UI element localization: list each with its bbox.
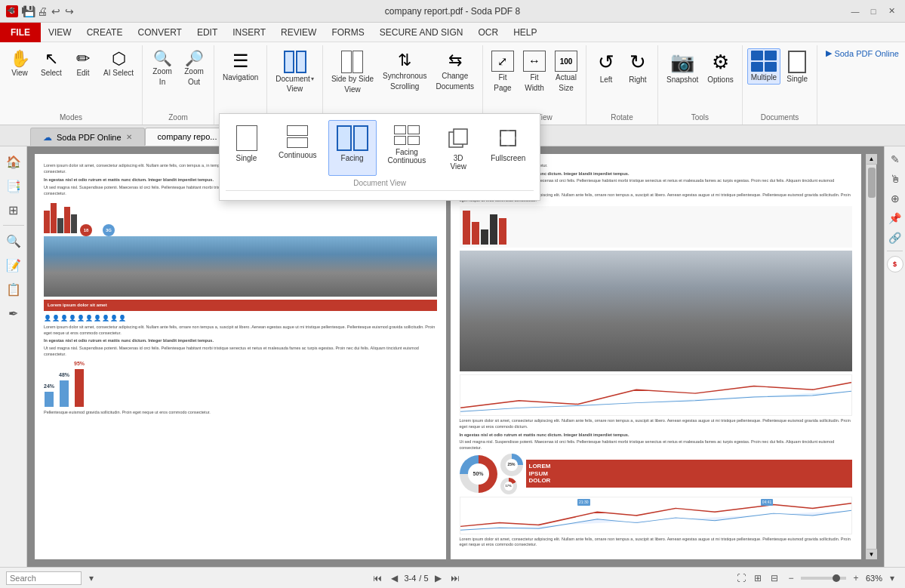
view-button[interactable]: ✋ View — [5, 48, 35, 80]
close-button[interactable]: ✕ — [884, 5, 899, 17]
menu-edit[interactable]: EDIT — [189, 23, 225, 42]
print-icon[interactable]: 🖨 — [36, 5, 48, 17]
options-label: Options — [707, 75, 733, 85]
options-button[interactable]: ⚙ Options — [703, 48, 737, 87]
donut-chart-area: 50% 25% 17% LOREMIPSUMDOLOR — [460, 454, 853, 494]
fullscreen-toggle-button[interactable]: ⛶ — [734, 571, 748, 585]
sidebar-sign-icon[interactable]: ✒ — [3, 303, 24, 324]
zoom-in-button[interactable]: 🔍 Zoom In — [147, 48, 177, 89]
percent-item-24: 24% — [44, 383, 54, 407]
dropdown-single[interactable]: Single — [226, 120, 267, 176]
zoom-dropdown-button[interactable]: ▾ — [885, 571, 899, 585]
select-button[interactable]: ↖ Select — [36, 48, 66, 80]
tab-soda-home[interactable]: ☁ Soda PDF Online ✕ — [30, 128, 145, 146]
multiple-button[interactable]: Multiple — [747, 48, 780, 85]
snapshot-icon: 📷 — [670, 51, 694, 74]
rotate-right-button[interactable]: ↻ Right — [623, 48, 653, 87]
vertical-scrollbar[interactable]: ▲ ▼ — [866, 154, 876, 559]
tab-back-button[interactable]: ◀ — [3, 3, 17, 17]
doc-view-label-row: Document ▾ — [276, 75, 314, 83]
restore-button[interactable]: □ — [866, 5, 881, 17]
undo-icon[interactable]: ↩ — [50, 5, 62, 17]
zoom-track[interactable] — [801, 577, 846, 580]
sidebar-search-icon[interactable]: 🔍 — [3, 230, 24, 251]
dropdown-items-row: Single Continuous Facing — [226, 120, 534, 176]
go-first-button[interactable]: ⏮ — [371, 571, 384, 585]
rotate-left-button[interactable]: ↺ Left — [591, 48, 621, 87]
zoom-plus-button[interactable]: + — [849, 571, 863, 585]
person-red-1: 👤 — [44, 314, 51, 322]
fit-width-button[interactable]: ↔ Fit Width — [519, 48, 549, 95]
tab-forward-button[interactable]: ▶ — [18, 3, 32, 17]
menu-ocr[interactable]: OCR — [470, 23, 506, 42]
edit-button[interactable]: ✏ Edit — [68, 48, 98, 80]
scroll-down-button[interactable]: ▼ — [867, 549, 877, 559]
small-pie-1: 25% — [500, 454, 523, 476]
change-documents-button[interactable]: ⇆ Change Documents — [432, 48, 478, 94]
menu-view[interactable]: VIEW — [41, 23, 79, 42]
go-next-button[interactable]: ▶ — [432, 571, 445, 585]
right-tool-3[interactable]: ⊕ — [887, 190, 903, 207]
menu-forms[interactable]: FORMS — [324, 23, 371, 42]
synchronous-scrolling-button[interactable]: ⇅ Synchronous Scrolling — [379, 48, 430, 94]
doc-view-arrow[interactable]: ▾ — [311, 75, 314, 82]
soda-online-link[interactable]: ▶ Soda PDF Online — [826, 48, 899, 58]
go-last-button[interactable]: ⏭ — [448, 571, 462, 585]
dropdown-facing[interactable]: Facing — [328, 120, 377, 176]
file-menu[interactable]: FILE — [0, 23, 41, 42]
right-tool-5[interactable]: 🔗 — [887, 229, 903, 246]
right-tool-4[interactable]: 📌 — [887, 210, 903, 226]
search-input[interactable] — [6, 571, 82, 585]
actual-size-icon: 100 — [555, 51, 577, 72]
menu-help[interactable]: HELP — [506, 23, 544, 42]
menu-secure[interactable]: SECURE AND SIGN — [372, 23, 471, 42]
sidebar-home-icon[interactable]: 🏠 — [3, 151, 24, 172]
facing-cont-icon — [394, 125, 420, 145]
soda-icon[interactable]: $ — [887, 256, 903, 272]
side-by-side-label: Side by Side — [331, 75, 374, 84]
doc-view-icon — [284, 51, 306, 73]
tab-soda-close[interactable]: ✕ — [126, 133, 132, 141]
building-image-left — [44, 236, 437, 297]
document-view-button[interactable]: Document ▾ View — [272, 48, 318, 95]
sidebar-form-icon[interactable]: 📋 — [3, 279, 24, 300]
side-by-side-button[interactable]: Side by Side View — [328, 48, 377, 97]
dropdown-3d[interactable]: 3DView — [437, 120, 479, 176]
zoom-thumb[interactable] — [833, 574, 840, 582]
menu-insert[interactable]: INSERT — [225, 23, 273, 42]
sidebar-thumbnail-icon[interactable]: ⊞ — [3, 199, 24, 220]
dropdown-fullscreen[interactable]: Fullscreen — [482, 120, 534, 176]
facing-view-icon — [337, 125, 368, 151]
dropdown-continuous[interactable]: Continuous — [270, 120, 325, 176]
menu-convert[interactable]: CONVERT — [130, 23, 189, 42]
navigation-button[interactable]: ☰ Navigation — [219, 48, 262, 85]
fit-page-button[interactable]: ⤢ Fit Page — [488, 48, 518, 95]
right-tool-1[interactable]: ✎ — [887, 151, 903, 168]
hand-icon: ✋ — [10, 51, 30, 67]
page-layout-button[interactable]: ⊞ — [751, 571, 765, 585]
search-dropdown-button[interactable]: ▾ — [85, 571, 98, 585]
sync-label: Synchronous — [383, 72, 426, 81]
zoom-out-button[interactable]: 🔍 Zoom Out — [179, 48, 209, 89]
actual-size-button[interactable]: 100 Actual Size — [551, 48, 581, 95]
view-mode-button[interactable]: ⊟ — [768, 571, 781, 585]
doc-view-buttons: Document ▾ View — [272, 45, 318, 120]
right-tool-2[interactable]: 🖱 — [887, 171, 903, 187]
scroll-thumb[interactable] — [868, 168, 876, 198]
sidebar-annotation-icon[interactable]: 📝 — [3, 254, 24, 276]
sidebar-bookmark-icon[interactable]: 📑 — [3, 175, 24, 196]
menu-review[interactable]: REVIEW — [273, 23, 324, 42]
ai-select-button[interactable]: ⬡ AI Select — [100, 48, 137, 80]
zoom-out-label: Zoom — [184, 67, 204, 76]
go-prev-button[interactable]: ◀ — [387, 571, 401, 585]
minimize-button[interactable]: — — [848, 5, 863, 17]
scroll-up-button[interactable]: ▲ — [867, 154, 877, 165]
right-sidebar: ✎ 🖱 ⊕ 📌 🔗 $ — [884, 146, 905, 567]
zoom-minus-button[interactable]: − — [784, 571, 798, 585]
dropdown-facing-continuous[interactable]: FacingContinuous — [380, 120, 435, 176]
redo-icon[interactable]: ↪ — [63, 5, 75, 17]
snapshot-button[interactable]: 📷 Snapshot — [663, 48, 702, 87]
menu-create[interactable]: CREATE — [79, 23, 131, 42]
single-button[interactable]: Single — [782, 48, 812, 86]
documents-group-label: Documents — [747, 112, 812, 125]
